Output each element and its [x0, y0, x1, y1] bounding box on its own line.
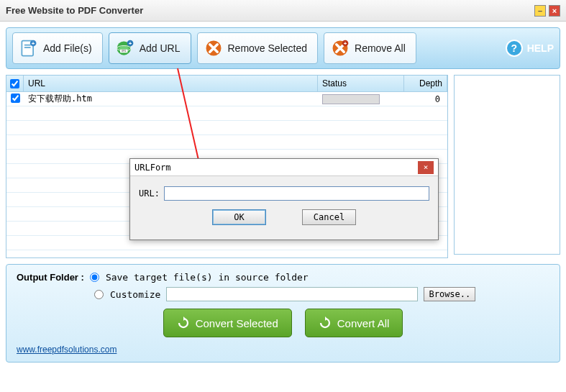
header-url[interactable]: URL [24, 76, 318, 91]
minimize-button[interactable]: – [534, 5, 546, 17]
row-checkbox[interactable] [11, 94, 20, 103]
row-status [318, 93, 404, 106]
help-label: HELP [527, 42, 554, 54]
help-icon: ? [506, 40, 523, 57]
preview-panel [454, 75, 560, 255]
window-title: Free Website to PDF Converter [6, 5, 143, 16]
convert-all-button[interactable]: Convert All [305, 309, 403, 337]
progress-bar [322, 94, 380, 104]
svg-text:+: + [32, 40, 35, 47]
table-row[interactable]: 安下载帮助.htm 0 [6, 92, 447, 106]
radio-source-folder[interactable]: Save target file(s) in source folder [90, 272, 309, 283]
select-all-checkbox[interactable] [10, 79, 19, 88]
radio-custom-input[interactable] [94, 290, 104, 299]
convert-selected-button[interactable]: Convert Selected [163, 309, 292, 337]
row-url: 安下载帮助.htm [24, 91, 318, 106]
remove-all-button[interactable]: + Remove All [324, 32, 416, 64]
convert-all-label: Convert All [337, 317, 390, 329]
table-header: URL Status Depth [6, 76, 447, 92]
browse-button[interactable]: Browse.. [424, 287, 475, 301]
radio-source-label: Save target file(s) in source folder [106, 272, 309, 283]
add-url-label: Add URL [140, 42, 181, 54]
radio-source-input[interactable] [90, 273, 99, 282]
dialog-titlebar: URLForm × [130, 159, 438, 176]
refresh-icon [319, 316, 332, 329]
svg-rect-1 [24, 45, 31, 46]
url-dialog: URLForm × URL: OK Cancel [129, 158, 439, 240]
output-folder-label: Output Folder : [17, 272, 84, 283]
dialog-title: URLForm [134, 163, 171, 173]
remove-all-icon: + [330, 38, 350, 58]
add-files-button[interactable]: + Add File(s) [12, 32, 103, 64]
add-url-button[interactable]: URL+ Add URL [109, 32, 191, 64]
help-button[interactable]: ? HELP [506, 40, 554, 57]
dialog-close-button[interactable]: × [418, 161, 434, 174]
globe-url-icon: URL+ [115, 38, 135, 58]
titlebar: Free Website to PDF Converter – × [0, 0, 566, 22]
website-link[interactable]: www.freepdfsolutions.com [17, 345, 117, 355]
svg-rect-2 [24, 47, 31, 48]
svg-text:URL: URL [121, 50, 126, 53]
header-status[interactable]: Status [318, 76, 404, 91]
add-file-icon: + [19, 38, 39, 58]
svg-text:+: + [344, 40, 347, 47]
header-depth[interactable]: Depth [404, 76, 447, 91]
url-field-label: URL: [139, 188, 160, 199]
radio-custom-label: Customize [110, 289, 160, 300]
refresh-icon [177, 316, 190, 329]
header-check[interactable] [6, 76, 24, 91]
remove-selected-icon [204, 38, 224, 58]
dialog-cancel-button[interactable]: Cancel [302, 209, 356, 225]
convert-selected-label: Convert Selected [196, 317, 278, 329]
remove-selected-label: Remove Selected [228, 42, 308, 54]
remove-selected-button[interactable]: Remove Selected [197, 32, 319, 64]
remove-all-label: Remove All [355, 42, 406, 54]
dialog-ok-button[interactable]: OK [212, 209, 266, 225]
custom-path-input[interactable] [166, 287, 418, 301]
radio-customize[interactable]: Customize [94, 289, 160, 300]
add-files-label: Add File(s) [43, 42, 92, 54]
row-depth: 0 [404, 93, 447, 106]
svg-text:+: + [128, 40, 132, 47]
close-button[interactable]: × [549, 5, 560, 17]
toolbar: + Add File(s) URL+ Add URL Remove Select… [6, 27, 560, 69]
output-panel: Output Folder : Save target file(s) in s… [6, 264, 560, 363]
url-input[interactable] [164, 186, 429, 201]
